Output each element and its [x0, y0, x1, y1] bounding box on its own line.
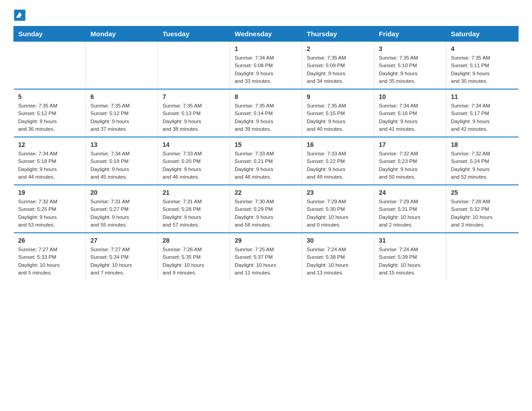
day-number: 19 [18, 189, 82, 196]
day-number: 24 [379, 189, 442, 196]
calendar-header-row: SundayMondayTuesdayWednesdayThursdayFrid… [14, 26, 519, 42]
calendar-cell: 19Sunrise: 7:32 AM Sunset: 5:25 PM Dayli… [14, 185, 86, 233]
day-info: Sunrise: 7:35 AM Sunset: 5:12 PM Dayligh… [90, 102, 153, 133]
day-number: 20 [90, 189, 153, 196]
day-info: Sunrise: 7:35 AM Sunset: 5:14 PM Dayligh… [235, 102, 297, 133]
calendar-cell: 29Sunrise: 7:25 AM Sunset: 5:37 PM Dayli… [230, 233, 302, 280]
day-number: 3 [379, 45, 442, 52]
calendar-cell: 27Sunrise: 7:27 AM Sunset: 5:34 PM Dayli… [86, 233, 158, 280]
day-number: 29 [235, 237, 297, 244]
calendar-cell: 12Sunrise: 7:34 AM Sunset: 5:18 PM Dayli… [14, 137, 86, 185]
col-header-sunday: Sunday [14, 26, 86, 42]
day-info: Sunrise: 7:25 AM Sunset: 5:37 PM Dayligh… [235, 246, 297, 277]
day-number: 13 [90, 141, 153, 148]
day-info: Sunrise: 7:29 AM Sunset: 5:31 PM Dayligh… [379, 198, 442, 229]
day-info: Sunrise: 7:35 AM Sunset: 5:12 PM Dayligh… [18, 102, 82, 133]
day-number: 12 [18, 141, 82, 148]
day-info: Sunrise: 7:34 AM Sunset: 5:19 PM Dayligh… [90, 150, 153, 181]
day-number: 6 [90, 93, 153, 100]
calendar-cell: 22Sunrise: 7:30 AM Sunset: 5:29 PM Dayli… [230, 185, 302, 233]
col-header-tuesday: Tuesday [158, 26, 230, 42]
day-info: Sunrise: 7:34 AM Sunset: 5:17 PM Dayligh… [451, 102, 514, 133]
calendar-cell [86, 42, 158, 90]
calendar-cell: 5Sunrise: 7:35 AM Sunset: 5:12 PM Daylig… [14, 89, 86, 137]
day-info: Sunrise: 7:31 AM Sunset: 5:27 PM Dayligh… [90, 198, 153, 229]
calendar-cell [14, 42, 86, 90]
calendar-cell: 23Sunrise: 7:29 AM Sunset: 5:30 PM Dayli… [302, 185, 374, 233]
calendar-row-week-3: 12Sunrise: 7:34 AM Sunset: 5:18 PM Dayli… [14, 137, 519, 185]
logo [13, 9, 29, 21]
day-info: Sunrise: 7:32 AM Sunset: 5:24 PM Dayligh… [451, 150, 514, 181]
calendar-cell: 14Sunrise: 7:33 AM Sunset: 5:20 PM Dayli… [158, 137, 230, 185]
day-info: Sunrise: 7:30 AM Sunset: 5:29 PM Dayligh… [235, 198, 297, 229]
day-number: 25 [451, 189, 514, 196]
col-header-saturday: Saturday [446, 26, 519, 42]
day-info: Sunrise: 7:35 AM Sunset: 5:09 PM Dayligh… [307, 54, 369, 85]
calendar-cell [158, 42, 230, 90]
day-number: 22 [235, 189, 297, 196]
day-number: 9 [307, 93, 369, 100]
calendar-cell: 2Sunrise: 7:35 AM Sunset: 5:09 PM Daylig… [302, 42, 374, 90]
day-info: Sunrise: 7:28 AM Sunset: 5:32 PM Dayligh… [451, 198, 514, 229]
calendar-cell: 31Sunrise: 7:24 AM Sunset: 5:39 PM Dayli… [374, 233, 446, 280]
day-number: 23 [307, 189, 369, 196]
day-info: Sunrise: 7:24 AM Sunset: 5:38 PM Dayligh… [307, 246, 369, 277]
calendar-cell: 18Sunrise: 7:32 AM Sunset: 5:24 PM Dayli… [446, 137, 519, 185]
col-header-monday: Monday [86, 26, 158, 42]
day-number: 5 [18, 93, 82, 100]
day-info: Sunrise: 7:35 AM Sunset: 5:15 PM Dayligh… [307, 102, 369, 133]
day-number: 15 [235, 141, 297, 148]
col-header-friday: Friday [374, 26, 446, 42]
col-header-thursday: Thursday [302, 26, 374, 42]
calendar-cell: 7Sunrise: 7:35 AM Sunset: 5:13 PM Daylig… [158, 89, 230, 137]
day-info: Sunrise: 7:26 AM Sunset: 5:35 PM Dayligh… [163, 246, 225, 277]
calendar-cell: 4Sunrise: 7:35 AM Sunset: 5:11 PM Daylig… [446, 42, 519, 90]
logo-icon [13, 9, 26, 21]
day-number: 4 [451, 45, 514, 52]
day-info: Sunrise: 7:27 AM Sunset: 5:33 PM Dayligh… [18, 246, 82, 277]
calendar-cell: 11Sunrise: 7:34 AM Sunset: 5:17 PM Dayli… [446, 89, 519, 137]
calendar-cell: 16Sunrise: 7:33 AM Sunset: 5:22 PM Dayli… [302, 137, 374, 185]
calendar-cell: 17Sunrise: 7:32 AM Sunset: 5:23 PM Dayli… [374, 137, 446, 185]
calendar-cell: 3Sunrise: 7:35 AM Sunset: 5:10 PM Daylig… [374, 42, 446, 90]
calendar-cell: 15Sunrise: 7:33 AM Sunset: 5:21 PM Dayli… [230, 137, 302, 185]
day-info: Sunrise: 7:33 AM Sunset: 5:20 PM Dayligh… [163, 150, 225, 181]
calendar-cell: 21Sunrise: 7:31 AM Sunset: 5:28 PM Dayli… [158, 185, 230, 233]
day-info: Sunrise: 7:35 AM Sunset: 5:11 PM Dayligh… [451, 54, 514, 85]
day-number: 8 [235, 93, 297, 100]
calendar-cell: 6Sunrise: 7:35 AM Sunset: 5:12 PM Daylig… [86, 89, 158, 137]
calendar-cell: 13Sunrise: 7:34 AM Sunset: 5:19 PM Dayli… [86, 137, 158, 185]
day-number: 27 [90, 237, 153, 244]
day-info: Sunrise: 7:33 AM Sunset: 5:21 PM Dayligh… [235, 150, 297, 181]
calendar-cell: 10Sunrise: 7:34 AM Sunset: 5:16 PM Dayli… [374, 89, 446, 137]
calendar-cell: 30Sunrise: 7:24 AM Sunset: 5:38 PM Dayli… [302, 233, 374, 280]
day-number: 16 [307, 141, 369, 148]
calendar-cell: 26Sunrise: 7:27 AM Sunset: 5:33 PM Dayli… [14, 233, 86, 280]
day-info: Sunrise: 7:34 AM Sunset: 5:16 PM Dayligh… [379, 102, 442, 133]
calendar-cell: 25Sunrise: 7:28 AM Sunset: 5:32 PM Dayli… [446, 185, 519, 233]
day-number: 28 [163, 237, 225, 244]
col-header-wednesday: Wednesday [230, 26, 302, 42]
day-number: 11 [451, 93, 514, 100]
day-number: 1 [235, 45, 297, 52]
day-info: Sunrise: 7:27 AM Sunset: 5:34 PM Dayligh… [90, 246, 153, 277]
calendar-cell [446, 233, 519, 280]
day-number: 18 [451, 141, 514, 148]
calendar-row-week-2: 5Sunrise: 7:35 AM Sunset: 5:12 PM Daylig… [14, 89, 519, 137]
day-info: Sunrise: 7:35 AM Sunset: 5:10 PM Dayligh… [379, 54, 442, 85]
day-info: Sunrise: 7:33 AM Sunset: 5:22 PM Dayligh… [307, 150, 369, 181]
calendar-cell: 1Sunrise: 7:34 AM Sunset: 5:08 PM Daylig… [230, 42, 302, 90]
calendar-cell: 20Sunrise: 7:31 AM Sunset: 5:27 PM Dayli… [86, 185, 158, 233]
calendar-cell: 8Sunrise: 7:35 AM Sunset: 5:14 PM Daylig… [230, 89, 302, 137]
day-info: Sunrise: 7:32 AM Sunset: 5:25 PM Dayligh… [18, 198, 82, 229]
calendar-row-week-5: 26Sunrise: 7:27 AM Sunset: 5:33 PM Dayli… [14, 233, 519, 280]
calendar-cell: 28Sunrise: 7:26 AM Sunset: 5:35 PM Dayli… [158, 233, 230, 280]
day-number: 21 [163, 189, 225, 196]
day-info: Sunrise: 7:34 AM Sunset: 5:08 PM Dayligh… [235, 54, 297, 85]
day-number: 30 [307, 237, 369, 244]
calendar-row-week-4: 19Sunrise: 7:32 AM Sunset: 5:25 PM Dayli… [14, 185, 519, 233]
day-info: Sunrise: 7:29 AM Sunset: 5:30 PM Dayligh… [307, 198, 369, 229]
day-number: 31 [379, 237, 442, 244]
day-info: Sunrise: 7:24 AM Sunset: 5:39 PM Dayligh… [379, 246, 442, 277]
day-info: Sunrise: 7:31 AM Sunset: 5:28 PM Dayligh… [163, 198, 225, 229]
